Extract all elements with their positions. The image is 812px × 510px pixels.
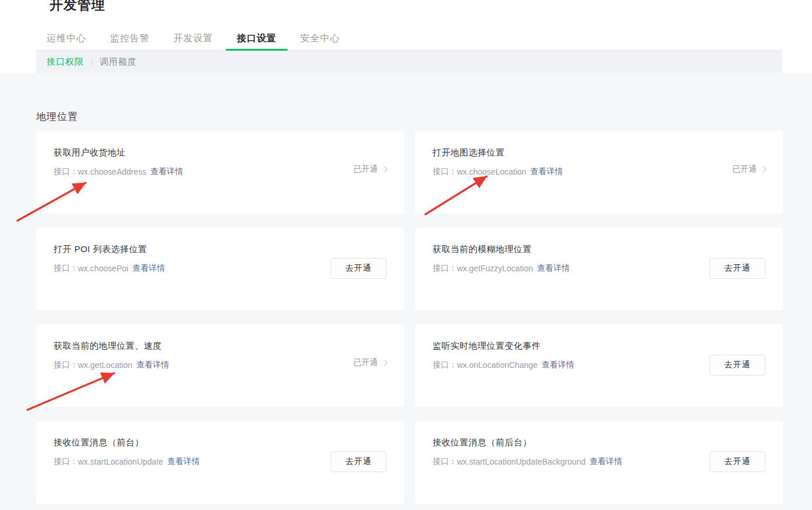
api-card-4: 获取当前的地理位置、速度 接口：wx.getLocation 查看详情 已开通 (36, 324, 404, 407)
chevron-right-icon (381, 359, 387, 366)
opened-status-label: 已开通 (732, 164, 757, 175)
api-card-title: 获取当前的模糊地理位置 (432, 244, 765, 255)
view-details-link[interactable]: 查看详情 (151, 167, 183, 177)
api-label: 接口： (432, 167, 457, 177)
api-card-title: 获取用户收货地址 (54, 147, 387, 158)
subtab-divider (91, 58, 92, 66)
content-area: 地理位置 获取用户收货地址 接口：wx.chooseAddress 查看详情 已… (0, 73, 812, 510)
api-label: 接口： (54, 263, 78, 274)
api-name: wx.startLocationUpdateBackground (457, 457, 586, 466)
view-details-link[interactable]: 查看详情 (537, 263, 570, 274)
view-details-link[interactable]: 查看详情 (530, 167, 563, 177)
api-name: wx.getLocation (78, 360, 132, 370)
page-title: 开发管理 (49, 0, 105, 14)
view-details-link[interactable]: 查看详情 (590, 456, 622, 467)
opened-status[interactable]: 已开通 (353, 357, 387, 368)
api-name: wx.startLocationUpdate (78, 457, 163, 466)
api-name: wx.choosePoi (78, 264, 128, 273)
api-card-6: 接收位置消息（前台） 接口：wx.startLocationUpdate 查看详… (36, 421, 404, 504)
api-card-title: 接收位置消息（前台） (54, 437, 387, 448)
chevron-right-icon (381, 166, 387, 172)
tab-1[interactable]: 监控告警 (110, 27, 150, 50)
subtab-0[interactable]: 接口权限 (47, 56, 84, 68)
api-card-title: 打开 POI 列表选择位置 (54, 244, 387, 255)
page-header: 开发管理 运维中心监控告警开发设置接口设置安全中心 (0, 0, 812, 51)
tab-3[interactable]: 接口设置 (237, 27, 276, 50)
api-card-2: 打开 POI 列表选择位置 接口：wx.choosePoi 查看详情 去开通 (36, 228, 404, 310)
api-card-title: 监听实时地理位置变化事件 (432, 341, 765, 352)
opened-status-label: 已开通 (353, 357, 378, 368)
opened-status[interactable]: 已开通 (353, 164, 387, 175)
view-details-link[interactable]: 查看详情 (136, 360, 169, 370)
tab-2[interactable]: 开发设置 (173, 27, 213, 50)
api-label: 接口： (54, 167, 78, 177)
api-card-title: 获取当前的地理位置、速度 (54, 341, 387, 352)
opened-status[interactable]: 已开通 (732, 164, 765, 175)
subtab-bar: 接口权限调用额度 (36, 51, 782, 73)
api-name: wx.getFuzzyLocation (457, 264, 533, 273)
api-name: wx.chooseAddress (78, 167, 147, 176)
api-card-1: 打开地图选择位置 接口：wx.chooseLocation 查看详情 已开通 (415, 131, 783, 214)
api-label: 接口： (432, 456, 457, 467)
api-card-title: 接收位置消息（前后台） (432, 437, 765, 448)
api-label: 接口： (54, 360, 78, 370)
view-details-link[interactable]: 查看详情 (167, 456, 200, 467)
api-label: 接口： (54, 456, 78, 467)
api-card-7: 接收位置消息（前后台） 接口：wx.startLocationUpdateBac… (415, 421, 783, 504)
api-card-5: 监听实时地理位置变化事件 接口：wx.onLocationChange 查看详情… (415, 324, 783, 407)
activate-button[interactable]: 去开通 (331, 451, 387, 472)
api-cards-grid: 获取用户收货地址 接口：wx.chooseAddress 查看详情 已开通 打开… (36, 131, 783, 504)
api-name: wx.onLocationChange (457, 360, 538, 370)
api-label: 接口： (432, 360, 457, 370)
opened-status-label: 已开通 (353, 164, 378, 175)
chevron-right-icon (760, 166, 766, 172)
activate-button[interactable]: 去开通 (710, 451, 765, 472)
api-card-0: 获取用户收货地址 接口：wx.chooseAddress 查看详情 已开通 (36, 131, 404, 214)
view-details-link[interactable]: 查看详情 (542, 360, 575, 370)
view-details-link[interactable]: 查看详情 (132, 263, 165, 274)
api-info-line: 接口：wx.getLocation 查看详情 (54, 360, 387, 370)
activate-button[interactable]: 去开通 (331, 258, 387, 279)
section-title: 地理位置 (36, 110, 812, 123)
tab-bar: 运维中心监控告警开发设置接口设置安全中心 (36, 27, 782, 51)
activate-button[interactable]: 去开通 (710, 355, 765, 376)
activate-button[interactable]: 去开通 (710, 258, 765, 279)
api-label: 接口： (432, 263, 457, 274)
tab-4[interactable]: 安全中心 (300, 27, 340, 50)
subtab-1[interactable]: 调用额度 (100, 56, 137, 68)
api-card-title: 打开地图选择位置 (432, 147, 765, 158)
api-info-line: 接口：wx.chooseAddress 查看详情 (54, 167, 387, 177)
api-name: wx.chooseLocation (457, 167, 526, 176)
tab-0[interactable]: 运维中心 (47, 27, 86, 50)
api-card-3: 获取当前的模糊地理位置 接口：wx.getFuzzyLocation 查看详情 … (415, 228, 783, 310)
api-info-line: 接口：wx.chooseLocation 查看详情 (432, 167, 765, 177)
